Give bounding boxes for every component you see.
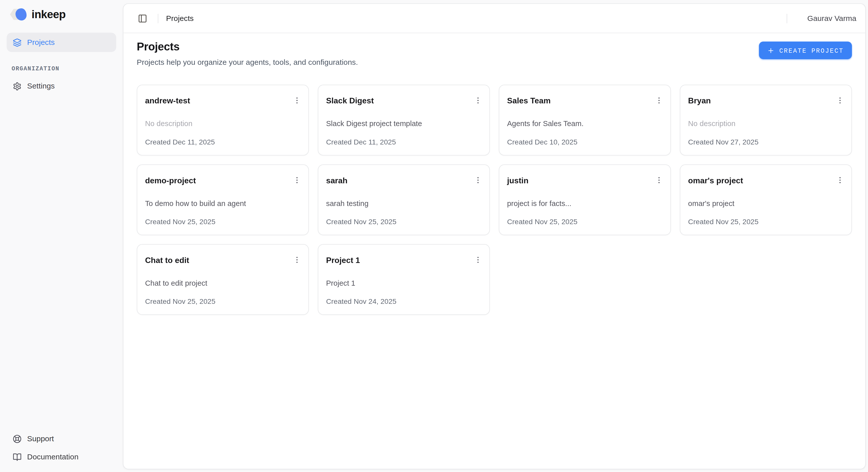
page-title: Projects <box>137 40 358 53</box>
project-menu-button[interactable] <box>290 173 303 187</box>
card-header: sarah <box>326 174 482 186</box>
kebab-menu-icon <box>292 176 301 184</box>
main-panel-wrapper: Projects Gaurav Varma Projects Projects … <box>123 0 868 472</box>
project-name: demo-project <box>145 174 196 185</box>
project-menu-button[interactable] <box>471 173 485 187</box>
project-menu-button[interactable] <box>652 94 665 107</box>
sidebar-section-organization: ORGANIZATION <box>6 65 116 72</box>
page-header-text: Projects Projects help you organize your… <box>137 40 358 66</box>
card-header: Sales Team <box>507 95 663 107</box>
project-description: Chat to edit project <box>145 279 301 287</box>
topbar-divider <box>158 13 158 23</box>
main-panel: Projects Gaurav Varma Projects Projects … <box>123 3 866 469</box>
project-created-date: Created Nov 25, 2025 <box>507 218 663 226</box>
kebab-menu-icon <box>836 176 844 184</box>
sidebar-footer: Support Documentation <box>6 430 116 466</box>
app-root: inkeep Projects ORGANIZATION Settings <box>0 0 868 472</box>
sidebar-toggle-button[interactable] <box>134 10 150 26</box>
project-description: omar's project <box>688 199 844 208</box>
project-card[interactable]: justin project is for facts... Created N… <box>499 164 671 235</box>
project-menu-button[interactable] <box>833 173 846 187</box>
project-description: To demo how to build an agent <box>145 199 301 208</box>
project-card[interactable]: Slack Digest Slack Digest project templa… <box>318 85 490 156</box>
topbar-divider <box>787 13 787 23</box>
project-card[interactable]: Project 1 Project 1 Created Nov 24, 2025 <box>318 244 490 315</box>
project-created-date: Created Nov 25, 2025 <box>145 297 301 306</box>
project-description: project is for facts... <box>507 199 663 208</box>
project-card[interactable]: omar's project omar's project Created No… <box>680 164 852 235</box>
project-description: No description <box>688 120 844 128</box>
sidebar-item-documentation[interactable]: Documentation <box>6 448 116 466</box>
kebab-menu-icon <box>292 96 301 104</box>
project-description: Project 1 <box>326 279 482 287</box>
gear-icon <box>12 82 22 91</box>
project-created-date: Created Nov 27, 2025 <box>688 138 844 146</box>
project-created-date: Created Dec 11, 2025 <box>326 138 482 146</box>
card-header: demo-project <box>145 174 301 186</box>
kebab-menu-icon <box>292 255 301 264</box>
projects-page: Projects Projects help you organize your… <box>124 33 866 469</box>
project-name: Sales Team <box>507 95 551 105</box>
project-card[interactable]: Sales Team Agents for Sales Team. Create… <box>499 85 671 156</box>
kebab-menu-icon <box>473 96 482 104</box>
kebab-menu-icon <box>473 255 482 264</box>
project-menu-button[interactable] <box>471 94 485 107</box>
project-name: Project 1 <box>326 254 360 265</box>
layers-icon <box>12 38 22 46</box>
logo-blob-shape <box>16 8 27 21</box>
inkeep-logo-mark <box>10 8 27 21</box>
book-open-icon <box>12 452 22 462</box>
topbar: Projects Gaurav Varma <box>124 4 866 33</box>
kebab-menu-icon <box>655 96 663 104</box>
sidebar-item-label: Settings <box>27 82 55 90</box>
project-menu-button[interactable] <box>652 173 665 187</box>
project-card[interactable]: sarah sarah testing Created Nov 25, 2025 <box>318 164 490 235</box>
kebab-menu-icon <box>473 176 482 184</box>
card-header: justin <box>507 174 663 186</box>
card-header: Project 1 <box>326 254 482 266</box>
project-name: Slack Digest <box>326 95 374 105</box>
sidebar-item-label: Documentation <box>27 453 79 461</box>
project-created-date: Created Nov 25, 2025 <box>145 218 301 226</box>
project-card[interactable]: Chat to edit Chat to edit project Create… <box>137 244 309 315</box>
project-card[interactable]: Bryan No description Created Nov 27, 202… <box>680 85 852 156</box>
user-menu-button[interactable]: Gaurav Varma <box>807 14 857 23</box>
sidebar-item-label: Support <box>27 434 54 443</box>
sidebar-item-projects[interactable]: Projects <box>6 33 116 52</box>
project-menu-button[interactable] <box>290 253 303 266</box>
brand-name: inkeep <box>32 8 66 21</box>
card-header: Chat to edit <box>145 254 301 266</box>
project-name: Chat to edit <box>145 254 189 265</box>
project-card[interactable]: andrew-test No description Created Dec 1… <box>137 85 309 156</box>
sidebar-item-label: Projects <box>27 38 55 46</box>
kebab-menu-icon <box>655 176 663 184</box>
plus-icon <box>767 46 774 54</box>
project-menu-button[interactable] <box>471 253 485 266</box>
project-created-date: Created Dec 10, 2025 <box>507 138 663 146</box>
create-project-label: CREATE PROJECT <box>779 46 843 54</box>
breadcrumb: Projects <box>166 14 194 23</box>
inkeep-logo[interactable]: inkeep <box>6 7 116 22</box>
page-header: Projects Projects help you organize your… <box>137 40 852 66</box>
project-description: Slack Digest project template <box>326 120 482 128</box>
page-subtitle: Projects help you organize your agents, … <box>137 58 358 66</box>
project-created-date: Created Nov 25, 2025 <box>326 218 482 226</box>
project-name: justin <box>507 174 529 185</box>
project-menu-button[interactable] <box>290 94 303 107</box>
project-name: sarah <box>326 174 347 185</box>
sidebar-item-support[interactable]: Support <box>6 430 116 447</box>
create-project-button[interactable]: CREATE PROJECT <box>759 41 852 59</box>
card-header: omar's project <box>688 174 844 186</box>
sidebar: inkeep Projects ORGANIZATION Settings <box>0 0 123 472</box>
project-created-date: Created Dec 11, 2025 <box>145 138 301 146</box>
project-name: Bryan <box>688 95 711 105</box>
project-description: No description <box>145 120 301 128</box>
life-buoy-icon <box>12 434 22 443</box>
sidebar-item-settings[interactable]: Settings <box>6 76 116 96</box>
project-card[interactable]: demo-project To demo how to build an age… <box>137 164 309 235</box>
panel-left-icon <box>137 13 147 23</box>
project-name: andrew-test <box>145 95 190 105</box>
project-menu-button[interactable] <box>833 94 846 107</box>
sidebar-nav: Projects ORGANIZATION Settings <box>6 33 116 96</box>
card-header: Bryan <box>688 95 844 107</box>
